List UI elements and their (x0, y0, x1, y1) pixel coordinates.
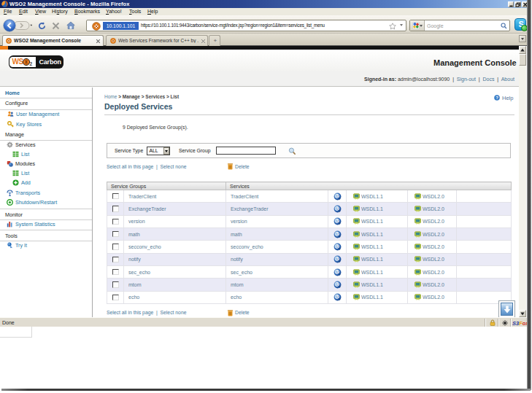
svg-text:?: ? (496, 96, 498, 100)
svg-text:A: A (335, 206, 338, 211)
svg-text:A: A (335, 194, 338, 198)
svg-text:A: A (335, 270, 338, 274)
svg-text:A: A (335, 232, 338, 236)
svg-text:A: A (335, 282, 338, 287)
svg-text:A: A (335, 295, 338, 299)
svg-text:A: A (335, 257, 338, 261)
svg-text:A: A (335, 244, 338, 249)
svg-text:A: A (335, 219, 338, 223)
